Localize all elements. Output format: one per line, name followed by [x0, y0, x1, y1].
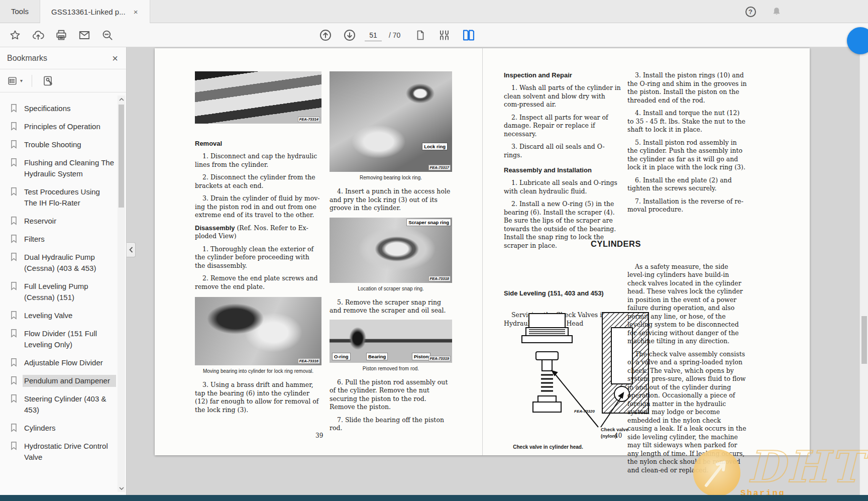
- page-total-label: / 70: [389, 31, 400, 39]
- paragraph: 1. Thoroughly clean the exterior of the …: [195, 245, 321, 270]
- bearing-cluster: [349, 327, 366, 350]
- bookmarks-title: Bookmarks: [7, 54, 47, 63]
- page40-column-2: 3. Install the piston rings (10) and the…: [627, 71, 747, 479]
- bookmark-item-pendulum-dampener[interactable]: Pendulum and Dampener: [10, 372, 116, 390]
- bookmarks-header: Bookmarks ×: [0, 47, 126, 69]
- page-spread: FEA-73314 Removal 1. Disconnect and cap …: [155, 48, 810, 455]
- bookmark-item-steering-cylinder[interactable]: Steering Cylinder (403 & 453): [10, 390, 116, 419]
- paragraph: 3. Drain the cylinder of fluid by mov-in…: [195, 194, 321, 220]
- figure-photo-fea-73317: Lock ring FEA-73317: [330, 71, 452, 172]
- collapse-panel-button[interactable]: [127, 242, 136, 257]
- search-icon[interactable]: [98, 26, 117, 44]
- help-icon[interactable]: ?: [744, 6, 756, 18]
- bookmark-options-button[interactable]: ▾: [5, 72, 25, 90]
- bell-icon[interactable]: [771, 6, 783, 18]
- next-page-icon[interactable]: [341, 26, 359, 44]
- bookmarks-scrollbar[interactable]: [118, 95, 125, 492]
- bookmark-icon: [10, 216, 18, 227]
- bookmark-item-dual-pump[interactable]: Dual Hydraulic Pump (Cessna) (403 & 453): [10, 248, 116, 277]
- paragraph: 1. Lubricate all seals and O-rings with …: [504, 179, 622, 195]
- paragraph: 3. Install the piston rings (10) and the…: [627, 71, 747, 105]
- bookmark-item-principles[interactable]: Principles of Operation: [10, 118, 116, 136]
- bookmarks-scrollbar-thumb[interactable]: [119, 105, 124, 208]
- page39-column-1: FEA-73314 Removal 1. Disconnect and cap …: [195, 71, 321, 419]
- watermark-tagline: Sharing creates success: [740, 488, 785, 495]
- tab-document[interactable]: GSS13361-Linked p... ×: [40, 0, 150, 23]
- heading-reassembly-installation: Reassembly and Installation: [504, 166, 622, 174]
- bookmark-item-full-leveling-pump[interactable]: Full Leveling Pump (Cessna) (151): [10, 277, 116, 307]
- bookmark-icon: [10, 441, 18, 452]
- bookmarks-panel: Bookmarks × ▾ Specifications Principles …: [0, 47, 127, 495]
- bottom-status-bar: [0, 495, 868, 501]
- paragraph: 5. Install piston rod assembly in the cy…: [627, 139, 747, 172]
- scroll-down-icon[interactable]: [118, 484, 125, 492]
- photo-label: Bearing: [367, 353, 387, 360]
- bookmarks-toolbar: ▾: [0, 69, 126, 92]
- bookmark-icon: [10, 104, 18, 115]
- bookmark-item-flow-divider[interactable]: Flow Divider (151 Full Leveling Only): [10, 325, 116, 354]
- bookmark-item-cylinders[interactable]: Cylinders: [10, 419, 116, 437]
- tab-bar: Tools GSS13361-Linked p... × ?: [0, 0, 868, 23]
- figure-id-label: FEA-73314: [298, 117, 320, 122]
- figure-id-label: FEA-73320: [574, 409, 595, 414]
- tabbar-right-group: ?: [744, 0, 783, 23]
- bookmark-icon: [10, 140, 18, 151]
- two-page-view-icon[interactable]: [460, 26, 478, 44]
- bookmark-icon: [10, 394, 18, 405]
- document-scrollbar[interactable]: [859, 47, 868, 495]
- document-canvas: FEA-73314 Removal 1. Disconnect and cap …: [127, 47, 868, 495]
- scroll-up-icon[interactable]: [118, 95, 125, 103]
- cloud-upload-icon[interactable]: [29, 26, 47, 44]
- paragraph: 7. Installation is the reverse of re-mov…: [627, 197, 747, 214]
- figure-photo-fea-73314: FEA-73314: [195, 71, 321, 124]
- figure-id-label: FEA-73316: [298, 358, 320, 364]
- bookmark-icon: [10, 252, 18, 263]
- paragraph: 1. Wash all parts of the cylinder in cle…: [504, 84, 622, 109]
- figure-photo-fea-73316: FEA-73316: [195, 297, 321, 365]
- bookmark-item-test-procedures[interactable]: Test Procedures Using The IH Flo-Rater: [10, 183, 116, 212]
- photo-label: O-ring: [333, 353, 350, 360]
- document-scrollbar-thumb[interactable]: [861, 316, 867, 364]
- close-bookmarks-icon[interactable]: ×: [112, 53, 118, 63]
- bookmark-item-trouble-shooting[interactable]: Trouble Shooting: [10, 136, 116, 154]
- bookmark-item-specifications[interactable]: Specifications: [10, 99, 116, 118]
- bookmark-item-flushing[interactable]: Flushing and Cleaning The Hydraulic Syst…: [10, 154, 116, 183]
- bookmark-item-reservoir[interactable]: Reservoir: [10, 212, 116, 230]
- scrolling-view-icon[interactable]: [436, 26, 454, 44]
- bookmark-item-leveling-valve[interactable]: Leveling Valve: [10, 307, 116, 325]
- paragraph: 6. Install the end plate (2) and tighten…: [627, 176, 747, 193]
- email-icon[interactable]: [75, 26, 93, 44]
- close-tab-icon[interactable]: ×: [133, 8, 139, 16]
- paragraph: 2. Remove the end plate screws and remov…: [195, 274, 321, 291]
- bookmark-item-adjustable-flow-divider[interactable]: Adjustable Flow Divider: [10, 354, 116, 372]
- bookmark-icon: [10, 281, 18, 292]
- figure-photo-fea-73319: O-ring Bearing Piston FEA-73319: [330, 320, 452, 363]
- spacer: [627, 219, 747, 263]
- bookmark-icon: [10, 376, 18, 387]
- bookmark-item-hydrostatic-drive[interactable]: Hydrostatic Drive Control Valve: [10, 437, 116, 466]
- tab-tools[interactable]: Tools: [0, 0, 40, 23]
- print-icon[interactable]: [52, 26, 70, 44]
- page-number-input[interactable]: [365, 29, 382, 41]
- favorite-star-icon[interactable]: [6, 26, 24, 44]
- paragraph: 2. Disconnect the cylinder from the brac…: [195, 173, 321, 190]
- previous-page-icon[interactable]: [316, 26, 335, 44]
- bookmark-icon: [10, 187, 18, 198]
- page40-column-1: Inspection and Repair 1. Wash all parts …: [504, 71, 622, 332]
- toolbar: / 70: [0, 23, 868, 47]
- bookmarks-list: Specifications Principles of Operation T…: [0, 92, 126, 471]
- heading-disassembly: Disassembly (Ref. Nos. Refer to Ex-plode…: [195, 224, 321, 241]
- photo-label: Lock ring: [422, 143, 447, 150]
- page-40: Inspection and Repair 1. Wash all parts …: [482, 48, 810, 455]
- photo-label: Piston: [412, 353, 430, 360]
- toolbar-center-group: / 70: [316, 23, 478, 47]
- bookmark-icon: [10, 311, 18, 322]
- bookmark-item-filters[interactable]: Filters: [10, 230, 116, 248]
- bookmark-icon: [10, 122, 18, 133]
- single-page-view-icon[interactable]: [411, 26, 429, 44]
- locate-current-bookmark-button[interactable]: [39, 72, 57, 90]
- figure-photo-fea-73318: Scraper snap ring FEA-73318: [330, 218, 452, 283]
- document-title: GSS13361-Linked p...: [51, 8, 126, 16]
- paragraph: 3. Discard all oil seals and O-rings.: [504, 143, 622, 159]
- page-number: 39: [315, 432, 323, 439]
